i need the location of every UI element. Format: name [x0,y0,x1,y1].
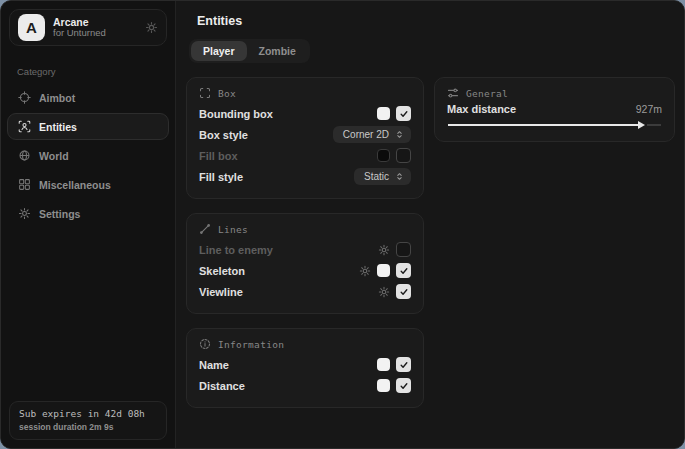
bounding-box-checkbox[interactable] [396,106,411,121]
box-style-select[interactable]: Corner 2D [333,126,411,143]
skeleton-checkbox[interactable] [396,263,411,278]
session-duration-text: session duration 2m 9s [19,422,157,432]
card-title: Lines [218,224,248,235]
setting-row-box-style: Box style Corner 2D [199,124,411,145]
tab-zombie[interactable]: Zombie [247,41,308,61]
sidebar-item-aimbot[interactable]: Aimbot [7,84,169,111]
setting-row-bounding-box: Bounding box [199,103,411,124]
info-icon [199,338,211,350]
setting-row-max-distance: Max distance 927m [447,103,662,115]
sidebar-item-world[interactable]: World [7,142,169,169]
tab-player[interactable]: Player [191,41,247,61]
line-to-enemy-checkbox[interactable] [396,242,411,257]
slider-track [647,124,661,126]
color-swatch[interactable] [377,264,390,277]
setting-row-viewline: Viewline [199,281,411,302]
setting-row-line-to-enemy: Line to enemy [199,239,411,260]
sidebar-item-label: Miscellaneous [39,179,111,191]
color-swatch[interactable] [377,107,390,120]
app-logo: A [18,14,45,41]
entity-tabs: Player Zombie [189,39,310,63]
app-subtitle: for Unturned [53,28,137,39]
color-swatch[interactable] [377,149,390,162]
card-title: Box [218,88,236,99]
sidebar-item-label: Aimbot [39,92,75,104]
setting-label: Name [199,359,229,371]
diagonal-line-icon [199,223,211,235]
gear-icon [18,207,31,220]
fill-box-checkbox[interactable] [396,148,411,163]
distance-checkbox[interactable] [396,378,411,393]
page-title: Entities [197,14,675,28]
slider-thumb[interactable] [638,121,645,129]
viewline-checkbox[interactable] [396,284,411,299]
setting-label: Distance [199,380,245,392]
person-scan-icon [18,120,31,133]
gear-icon[interactable] [378,244,390,256]
sidebar-item-miscellaneous[interactable]: Miscellaneous [7,171,169,198]
card-title: General [466,88,508,99]
slider-fill [448,124,639,126]
max-distance-slider[interactable] [447,120,662,130]
globe-icon [18,149,31,162]
setting-label: Fill style [199,171,243,183]
setting-label: Bounding box [199,108,273,120]
setting-row-name: Name [199,354,411,375]
crosshair-icon [18,91,31,104]
app-window: A Arcane for Unturned Category A [0,0,685,449]
setting-label: Box style [199,129,248,141]
setting-row-skeleton: Skeleton [199,260,411,281]
setting-row-fill-style: Fill style Static [199,166,411,187]
sidebar-nav: Aimbot Entities World [1,83,175,228]
sidebar-item-label: World [39,150,69,162]
subscription-card: Sub expires in 42d 08h session duration … [9,401,167,440]
box-card: Box Bounding box Box style [186,77,424,199]
name-checkbox[interactable] [396,357,411,372]
app-header-card: A Arcane for Unturned [9,9,167,46]
select-value: Corner 2D [343,129,389,140]
sidebar-item-label: Settings [39,208,80,220]
sliders-icon [447,87,459,99]
information-card: Information Name Distance [186,328,424,408]
gear-icon[interactable] [359,265,371,277]
general-card: General Max distance 927m [434,77,675,142]
fill-style-select[interactable]: Static [354,168,411,185]
lines-card: Lines Line to enemy [186,213,424,314]
setting-label: Viewline [199,286,243,298]
sidebar: A Arcane for Unturned Category A [1,1,176,448]
sidebar-item-entities[interactable]: Entities [7,113,169,140]
chevron-up-down-icon [395,129,404,140]
gear-icon[interactable] [378,286,390,298]
setting-row-fill-box: Fill box [199,145,411,166]
setting-row-distance: Distance [199,375,411,396]
grid-icon [18,178,31,191]
sidebar-item-settings[interactable]: Settings [7,200,169,227]
color-swatch[interactable] [377,358,390,371]
select-value: Static [364,171,389,182]
gear-icon[interactable] [145,21,158,34]
box-corners-icon [199,87,211,99]
chevron-up-down-icon [395,171,404,182]
setting-label: Skeleton [199,265,245,277]
card-title: Information [218,339,284,350]
max-distance-value: 927m [636,103,662,115]
sub-expiry-text: Sub expires in 42d 08h [19,408,157,419]
category-label: Category [17,66,159,77]
main-panel: Entities Player Zombie Box [176,1,684,448]
color-swatch[interactable] [377,379,390,392]
setting-label: Fill box [199,150,238,162]
setting-label: Line to enemy [199,244,273,256]
setting-label: Max distance [447,103,516,115]
sidebar-item-label: Entities [39,121,77,133]
